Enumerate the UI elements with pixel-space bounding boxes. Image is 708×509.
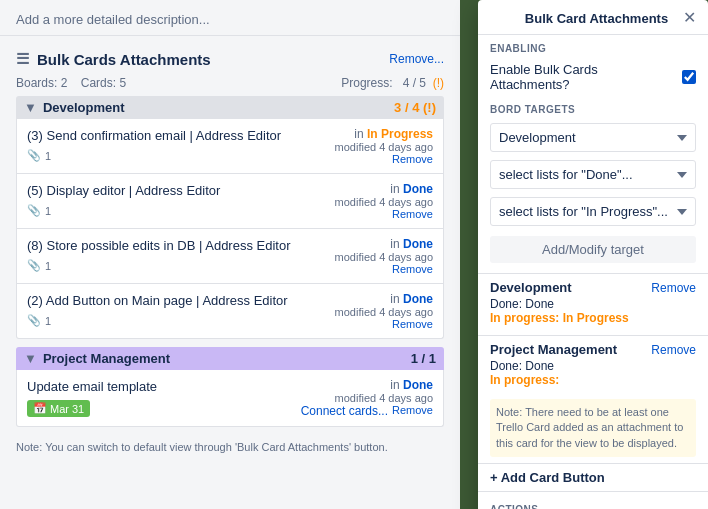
board-header-development[interactable]: ▼ Development 3 / 4 (!) (16, 96, 444, 119)
board-group-development: ▼ Development 3 / 4 (!) (3) Send confirm… (16, 96, 444, 339)
card-remove-link[interactable]: Remove (335, 318, 433, 330)
chevron-icon: ▼ (24, 100, 37, 115)
card-meta: 📎 1 (27, 149, 327, 162)
board-name: Development (43, 100, 125, 115)
card-left: (5) Display editor | Address Editor 📎 1 (27, 182, 327, 217)
boards-count: Boards: 2 Cards: 5 (16, 76, 126, 90)
card-right: in In Progress modified 4 days ago Remov… (335, 127, 433, 165)
card-modified: modified 4 days ago (335, 306, 433, 318)
card-title: (8) Store possible edits in DB | Address… (27, 237, 327, 255)
enable-checkbox-row: Enable Bulk Cards Attachments? (478, 58, 708, 96)
card-right: in Done modified 4 days ago Remove (335, 182, 433, 220)
target-progress-status: In progress: (490, 373, 696, 387)
card-item: (3) Send confirmation email | Address Ed… (16, 119, 444, 174)
attachment-icon: ☰ (16, 50, 29, 68)
target-progress-status: In progress: In Progress (490, 311, 696, 325)
footer-note: Note: You can switch to default view thr… (0, 435, 460, 459)
attachment-count-icon: 📎 (27, 149, 41, 162)
card-left: Update email template 📅 Mar 31 (27, 378, 293, 417)
target-development: Development Remove Done: Done In progres… (478, 273, 708, 331)
target-name: Development (490, 280, 572, 295)
card-title: (5) Display editor | Address Editor (27, 182, 327, 200)
target-done-status: Done: Done (490, 297, 696, 311)
board-name: Project Management (43, 351, 170, 366)
card-right: in Done modified 4 days ago Remove (335, 237, 433, 275)
status-value: In Progress (367, 127, 433, 141)
bulk-cards-title-text: Bulk Cards Attachments (37, 51, 211, 68)
card-modified: modified 4 days ago (335, 141, 433, 153)
attachment-count: 1 (45, 150, 51, 162)
target-group-header: Project Management Remove (490, 342, 696, 357)
attachment-count: 1 (45, 260, 51, 272)
attachment-count: 1 (45, 315, 51, 327)
target-name: Project Management (490, 342, 617, 357)
card-left: (8) Store possible edits in DB | Address… (27, 237, 327, 272)
board-header-project-management[interactable]: ▼ Project Management 1 / 1 (16, 347, 444, 370)
card-status: in Done (335, 237, 433, 251)
card-meta: 📎 1 (27, 259, 327, 272)
attachment-count-icon: 📎 (27, 259, 41, 272)
main-panel: Add a more detailed description... ☰ Bul… (0, 0, 460, 509)
card-status: in Done (335, 182, 433, 196)
card-left: (3) Send confirmation email | Address Ed… (27, 127, 327, 162)
card-item: Update email template 📅 Mar 31 in Done m… (16, 370, 444, 427)
card-meta: 📎 1 (27, 204, 327, 217)
connect-cards-link[interactable]: Connect cards... (301, 404, 388, 418)
card-modified: modified 4 days ago (335, 251, 433, 263)
card-left: (2) Add Button on Main page | Address Ed… (27, 292, 327, 327)
date-value: Mar 31 (50, 403, 84, 415)
card-right: in Done modified 4 days ago Connect card… (301, 378, 433, 418)
enable-checkbox[interactable] (682, 70, 696, 84)
card-status: in In Progress (335, 127, 433, 141)
card-remove-link[interactable]: Remove (335, 208, 433, 220)
card-modified: modified 4 days ago (335, 196, 433, 208)
actions-section: ACTIONS → Move (478, 491, 708, 509)
board-select[interactable]: Development (490, 123, 696, 152)
status-value: Done (403, 378, 433, 392)
status-value: Done (403, 237, 433, 251)
enabling-section-label: ENABLING (478, 35, 708, 58)
add-card-button[interactable]: + Add Card Button (478, 463, 708, 491)
card-item: (5) Display editor | Address Editor 📎 1 … (16, 174, 444, 229)
dialog-title: Bulk Card Attachments (510, 11, 683, 26)
actions-label: ACTIONS (478, 498, 708, 509)
card-title: (2) Add Button on Main page | Address Ed… (27, 292, 327, 310)
card-remove-link[interactable]: Remove (392, 404, 433, 418)
card-item: (2) Add Button on Main page | Address Ed… (16, 284, 444, 339)
target-project-management: Project Management Remove Done: Done In … (478, 335, 708, 393)
card-right: in Done modified 4 days ago Remove (335, 292, 433, 330)
card-meta: 📅 Mar 31 (27, 400, 293, 417)
card-title: (3) Send confirmation email | Address Ed… (27, 127, 327, 145)
card-title: Update email template (27, 378, 293, 396)
attachment-count-icon: 📎 (27, 204, 41, 217)
board-group-project-management: ▼ Project Management 1 / 1 Update email … (16, 347, 444, 427)
board-count: 1 / 1 (411, 351, 436, 366)
target-remove-link[interactable]: Remove (651, 281, 696, 295)
progress-info: Progress: 4 / 5 (!) (341, 76, 444, 90)
description-area[interactable]: Add a more detailed description... (0, 0, 460, 36)
bulk-cards-title: ☰ Bulk Cards Attachments (16, 50, 211, 68)
description-placeholder: Add a more detailed description... (16, 12, 210, 27)
card-remove-link[interactable]: Remove (335, 263, 433, 275)
progress-list-select[interactable]: select lists for "In Progress"... (490, 197, 696, 226)
target-group-header: Development Remove (490, 280, 696, 295)
dialog-close-button[interactable]: ✕ (683, 10, 696, 26)
enable-label: Enable Bulk Cards Attachments? (490, 62, 674, 92)
card-status: in Done (335, 292, 433, 306)
attachment-count-icon: 📎 (27, 314, 41, 327)
chevron-icon: ▼ (24, 351, 37, 366)
card-item: (8) Store possible edits in DB | Address… (16, 229, 444, 284)
bulk-cards-header: ☰ Bulk Cards Attachments Remove... (0, 40, 460, 72)
target-remove-link[interactable]: Remove (651, 343, 696, 357)
done-list-select[interactable]: select lists for "Done"... (490, 160, 696, 189)
card-status: in Done (301, 378, 433, 392)
dialog-note: Note: There need to be at least one Trel… (490, 399, 696, 457)
boards-progress-row: Boards: 2 Cards: 5 Progress: 4 / 5 (!) (0, 72, 460, 96)
card-remove-link[interactable]: Remove (335, 153, 433, 165)
add-modify-target-button: Add/Modify target (490, 236, 696, 263)
attachment-count: 1 (45, 205, 51, 217)
card-modified: modified 4 days ago (301, 392, 433, 404)
remove-all-link[interactable]: Remove... (389, 52, 444, 66)
target-done-status: Done: Done (490, 359, 696, 373)
calendar-icon: 📅 (33, 402, 47, 415)
